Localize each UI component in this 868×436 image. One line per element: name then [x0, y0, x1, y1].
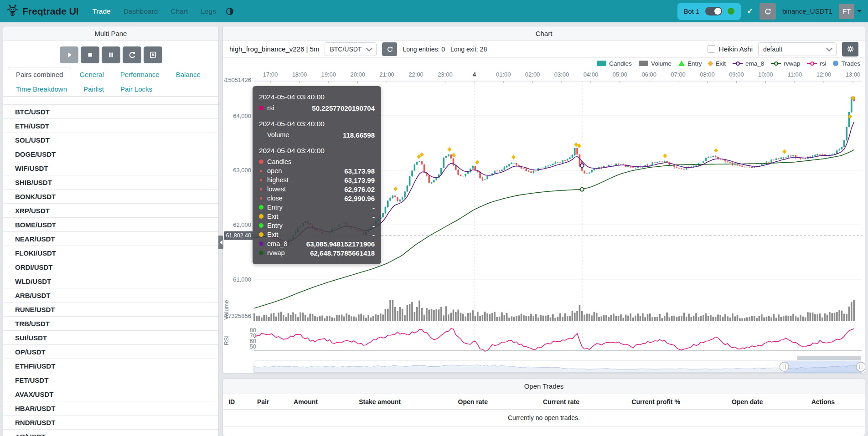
nav-link-dashboard[interactable]: Dashboard — [124, 7, 158, 15]
axis-label: Volume — [224, 300, 230, 319]
plot-settings-button[interactable] — [842, 42, 858, 56]
tab-balance[interactable]: Balance — [168, 67, 209, 82]
legend-item-rsi[interactable]: rsi — [807, 60, 826, 67]
legend-item-entry[interactable]: Entry — [678, 60, 702, 67]
stop-button[interactable] — [81, 46, 99, 63]
chevron-down-icon — [826, 45, 832, 51]
open-trades-panel: Open Trades IDPairAmountStake amountOpen… — [222, 378, 865, 436]
pair-list-item[interactable]: FET/USDT — [3, 373, 218, 387]
tab-performance[interactable]: Performance — [112, 67, 168, 82]
tab-general[interactable]: General — [71, 67, 112, 82]
user-menu[interactable]: FT — [839, 4, 862, 19]
chart-legend: CandlesVolumeEntryExitema_8rvwaprsiTrade… — [223, 58, 865, 69]
pair-list-item[interactable]: BONK/USDT — [3, 190, 218, 204]
exit-marker-icon — [512, 155, 516, 159]
heikin-ashi-checkbox[interactable] — [708, 45, 715, 53]
plot-config-value: default — [763, 46, 782, 53]
column-header-pair[interactable]: Pair — [248, 398, 279, 405]
column-header-current-rate[interactable]: Current rate — [519, 398, 604, 405]
pair-list-item[interactable]: TRB/USDT — [3, 317, 218, 331]
pair-list-item[interactable]: ETHFI/USDT — [3, 359, 218, 373]
axis-label: 01:00 — [496, 71, 511, 78]
pair-list-item[interactable]: HBAR/USDT — [3, 401, 218, 415]
brand[interactable]: Freqtrade UI — [6, 4, 79, 19]
pair-list-item[interactable]: ARB/USDT — [3, 288, 218, 303]
reload-icon — [763, 7, 772, 16]
multi-pane-header: Multi Pane — [3, 26, 218, 41]
multi-pane-tabs: Pairs combinedGeneralPerformanceBalanceT… — [3, 67, 218, 97]
axis-label: 50 — [250, 343, 256, 350]
axis-label: 08:00 — [700, 71, 715, 78]
pair-list-item[interactable]: OP/USDT — [3, 345, 218, 359]
pair-list-item[interactable]: WIF/USDT — [3, 161, 218, 175]
legend-item-rvwap[interactable]: rvwap — [771, 60, 800, 67]
legend-item-trades[interactable]: Trades — [833, 60, 860, 67]
column-header-current-profit-[interactable]: Current profit % — [604, 398, 708, 405]
pair-list-item[interactable]: DOGE/USDT — [3, 147, 218, 161]
chevron-down-icon — [857, 10, 862, 12]
pair-list-item[interactable]: ORDI/USDT — [3, 260, 218, 274]
pair-list-item[interactable]: SOL/USDT — [3, 133, 218, 147]
pair-list-item[interactable]: RUNE/USDT — [3, 303, 218, 317]
log-close-button[interactable] — [144, 46, 162, 63]
plot-config-select[interactable]: default — [758, 42, 837, 56]
axis-label: 05:00 — [613, 71, 628, 78]
axis-label: 22:00 — [408, 71, 424, 78]
column-header-id[interactable]: ID — [228, 398, 248, 405]
column-header-stake-amount[interactable]: Stake amount — [332, 398, 427, 405]
exit-marker-icon — [714, 148, 718, 153]
reload-bot-button[interactable] — [760, 3, 776, 20]
pair-list-item[interactable]: NEAR/USDT — [3, 232, 218, 246]
reload-button[interactable] — [123, 46, 141, 63]
column-header-amount[interactable]: Amount — [279, 398, 333, 405]
pause-button[interactable] — [102, 46, 120, 63]
datazoom-handle[interactable] — [780, 362, 789, 371]
sidebar-collapse-handle[interactable] — [218, 236, 223, 249]
axis-label: 13:00 — [846, 71, 861, 78]
tab-pairlist[interactable]: Pairlist — [75, 82, 112, 97]
top-navbar: Freqtrade UI TradeDashboardChartLogs Bot… — [0, 0, 868, 22]
nav-link-trade[interactable]: Trade — [93, 7, 111, 15]
tab-pairs-combined[interactable]: Pairs combined — [8, 67, 71, 82]
log-close-icon — [148, 50, 158, 60]
legend-item-volume[interactable]: Volume — [639, 60, 672, 67]
pair-list-item[interactable]: ETH/USDT — [3, 119, 218, 133]
column-header-open-rate[interactable]: Open rate — [427, 398, 519, 405]
pair-list-item[interactable]: FLOKI/USDT — [3, 246, 218, 260]
pair-select-value: BTC/USDT — [330, 46, 362, 53]
pair-list-item[interactable]: AR/USDT — [3, 430, 218, 436]
avatar[interactable]: FT — [839, 4, 854, 19]
theme-toggle-icon[interactable] — [225, 7, 234, 16]
pair-list-item[interactable]: AVAX/USDT — [3, 387, 218, 401]
legend-item-exit[interactable]: Exit — [708, 60, 726, 67]
pair-list-item[interactable]: XRP/USDT — [3, 204, 218, 218]
bot-selector[interactable]: Bot 1 — [677, 3, 741, 20]
column-header-open-date[interactable]: Open date — [708, 398, 787, 405]
legend-label: Candles — [609, 60, 632, 67]
chart-canvas[interactable]: 64,00063,00062,00061,00051505142617:0018… — [224, 69, 865, 374]
refresh-chart-button[interactable] — [382, 42, 397, 56]
nav-link-logs[interactable]: Logs — [201, 7, 216, 15]
bot-enabled-toggle[interactable] — [705, 7, 722, 15]
tab-pair-locks[interactable]: Pair Locks — [112, 82, 160, 97]
legend-item-candles[interactable]: Candles — [597, 60, 632, 67]
pair-list: BTC/USDTETH/USDTSOL/USDTDOGE/USDTWIF/USD… — [3, 104, 218, 436]
pair-list-item[interactable]: BTC/USDT — [3, 105, 218, 119]
rsi-swatch-icon — [807, 63, 817, 64]
pair-list-item[interactable]: SUI/USDT — [3, 331, 218, 345]
legend-item-ema_8[interactable]: ema_8 — [733, 60, 764, 67]
pair-list-item[interactable]: WLD/USDT — [3, 274, 218, 288]
axis-label: 23:00 — [438, 71, 453, 78]
legend-label: Entry — [687, 60, 702, 67]
nav-link-chart[interactable]: Chart — [170, 7, 188, 15]
pair-list-item[interactable]: RNDR/USDT — [3, 415, 218, 430]
pair-list-item[interactable]: BOME/USDT — [3, 218, 218, 232]
bot-control-buttons — [3, 41, 218, 67]
datazoom-handle[interactable] — [856, 362, 865, 371]
axis-label: 515051426 — [224, 77, 251, 83]
play-button[interactable] — [60, 46, 78, 63]
pair-list-item[interactable]: SHIB/USDT — [3, 175, 218, 190]
pair-select[interactable]: BTC/USDT — [325, 42, 377, 56]
column-header-actions[interactable]: Actions — [787, 398, 859, 405]
tab-time-breakdown[interactable]: Time Breakdown — [8, 82, 75, 97]
